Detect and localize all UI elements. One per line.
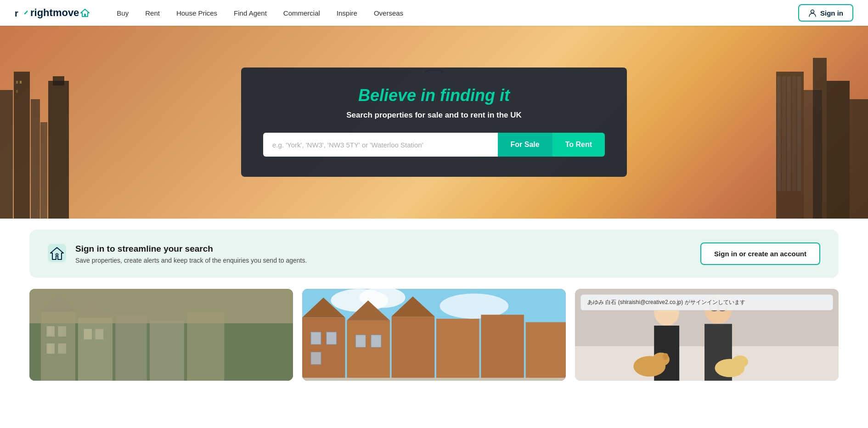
property-card-1[interactable]: [29, 289, 293, 381]
nav-find-agent[interactable]: Find Agent: [225, 0, 275, 26]
nav-overseas[interactable]: Overseas: [366, 0, 411, 26]
search-input[interactable]: [263, 133, 498, 157]
house-heart-icon: [48, 244, 66, 262]
svg-rect-50: [526, 322, 566, 381]
signin-label: Sign in: [820, 9, 843, 17]
svg-rect-29: [150, 321, 184, 381]
svg-rect-26: [78, 318, 113, 381]
property-card-3[interactable]: あゆみ 白石 (shiraishi@creative2.co.jp) がサインイ…: [575, 289, 839, 381]
svg-rect-44: [347, 321, 390, 381]
property-cards-row: あゆみ 白石 (shiraishi@creative2.co.jp) がサインイ…: [0, 289, 868, 381]
banner-subtext: Save properties, create alerts and keep …: [75, 257, 700, 264]
search-overlay: Believe in finding it Search properties …: [241, 68, 627, 177]
home-icon: [80, 8, 90, 17]
svg-point-1: [811, 10, 814, 13]
search-row: For Sale To Rent: [263, 133, 605, 157]
svg-rect-51: [311, 332, 321, 344]
svg-rect-54: [355, 335, 366, 347]
for-sale-button[interactable]: For Sale: [498, 133, 552, 157]
svg-rect-46: [392, 316, 435, 381]
svg-rect-31: [29, 289, 293, 323]
banner-heading: Sign in to streamline your search: [75, 244, 700, 254]
svg-rect-52: [326, 332, 336, 344]
svg-rect-48: [436, 319, 479, 381]
svg-rect-33: [58, 326, 66, 336]
banner-text: Sign in to streamline your search Save p…: [75, 244, 700, 264]
logo[interactable]: r rightmove: [15, 7, 90, 19]
svg-rect-53: [311, 352, 321, 364]
logo-text: rightmove: [30, 7, 79, 19]
nav-rent[interactable]: Rent: [137, 0, 168, 26]
hero-title: Believe in finding it: [263, 86, 605, 105]
to-rent-button[interactable]: To Rent: [552, 133, 605, 157]
svg-rect-37: [96, 329, 103, 339]
svg-rect-28: [115, 315, 147, 381]
google-signin-text: あゆみ 白石 (shiraishi@creative2.co.jp) がサインイ…: [587, 299, 745, 305]
svg-rect-55: [371, 335, 381, 347]
svg-rect-35: [58, 344, 66, 354]
svg-rect-56: [302, 378, 566, 381]
property-card-2[interactable]: [302, 289, 566, 381]
nav-buy[interactable]: Buy: [108, 0, 137, 26]
hero-section: Believe in finding it Search properties …: [0, 26, 868, 219]
svg-text:r: r: [15, 8, 18, 18]
card-2-image: [302, 289, 566, 381]
user-icon: [808, 9, 817, 17]
nav-links: Buy Rent House Prices Find Agent Commerc…: [108, 0, 453, 26]
svg-rect-32: [46, 326, 54, 336]
hero-subtitle: Search properties for sale and to rent i…: [263, 111, 605, 120]
svg-rect-49: [481, 315, 524, 381]
banner-icon-wrap: [48, 244, 66, 264]
signin-button[interactable]: Sign in: [798, 4, 853, 22]
google-signin-notification: あゆみ 白石 (shiraishi@creative2.co.jp) がサインイ…: [581, 294, 833, 310]
card-1-image: [29, 289, 293, 381]
signin-banner: Sign in to streamline your search Save p…: [29, 230, 839, 278]
navigation: r rightmove Buy Rent House Prices Find A…: [0, 0, 868, 26]
nav-commercial[interactable]: Commercial: [275, 0, 328, 26]
svg-rect-36: [84, 329, 92, 339]
logo-icon: r: [15, 7, 28, 18]
banner-signin-button[interactable]: Sign in or create an account: [700, 242, 820, 265]
svg-rect-42: [302, 318, 345, 381]
nav-inspire[interactable]: Inspire: [328, 0, 366, 26]
svg-rect-34: [46, 344, 54, 354]
nav-house-prices[interactable]: House Prices: [168, 0, 225, 26]
